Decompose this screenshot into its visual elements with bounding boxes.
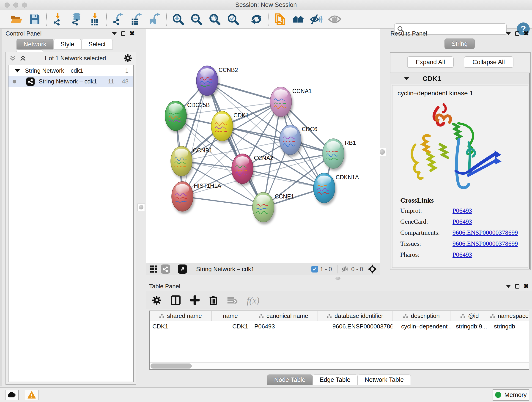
gene-section-header[interactable]: CDK1 [391, 73, 529, 84]
network-collection-row[interactable]: String Network – cdk1 1 [8, 65, 133, 76]
network-node-RB1[interactable] [323, 139, 344, 168]
export-image-button[interactable] [148, 13, 161, 26]
panel-float-icon[interactable] [121, 32, 125, 36]
network-node-CDC6[interactable] [279, 125, 301, 155]
network-options-gear-icon[interactable] [123, 54, 132, 63]
network-canvas[interactable]: CCNB2CCNA1CDC25BCDK1CDC6RB1CCNB1CCNA2CDK… [146, 29, 380, 263]
column-header[interactable]: description [393, 311, 450, 321]
zoom-fit-button[interactable] [208, 13, 221, 26]
table-horizontal-scrollbar[interactable] [150, 362, 529, 369]
export-table-button[interactable] [130, 13, 143, 26]
network-node-HIST1H1A[interactable] [172, 182, 193, 211]
export-network-button[interactable] [111, 13, 125, 26]
import-table-button[interactable] [88, 13, 101, 26]
network-node-CCNA2[interactable] [232, 154, 253, 184]
panel-close-icon[interactable]: ✖ [524, 284, 529, 288]
detach-view-icon[interactable] [178, 264, 187, 274]
cell-id[interactable]: stringdb:9... [450, 321, 489, 332]
panel-close-icon[interactable]: ✖ [524, 31, 529, 36]
open-session-button[interactable] [10, 13, 23, 26]
expand-all-icon[interactable] [19, 55, 26, 62]
tab-network-table[interactable]: Network Table [358, 375, 411, 385]
column-header[interactable]: database identifier [318, 311, 393, 321]
zoom-selected-button[interactable] [226, 13, 240, 26]
network-list-toolbar: 1 of 1 Network selected [6, 52, 136, 64]
warnings-button[interactable] [25, 390, 38, 400]
panel-menu-icon[interactable] [506, 285, 511, 288]
clipboard-network-icon [273, 13, 286, 26]
fit-crosshair-icon[interactable] [368, 264, 377, 274]
selected-checkbox-icon[interactable]: ✓ [311, 266, 318, 273]
birds-eye-grid-icon[interactable] [149, 265, 157, 273]
network-node-CCNB2[interactable] [196, 66, 218, 96]
node-label-RB1: RB1 [345, 140, 356, 146]
tab-style[interactable]: Style [53, 39, 81, 50]
network-node-CDK1[interactable] [211, 111, 233, 141]
collapse-all-icon[interactable] [9, 55, 16, 62]
collapse-all-button[interactable]: Collapse All [464, 56, 513, 68]
panel-menu-icon[interactable] [112, 32, 117, 35]
network-node-CCNA1[interactable] [270, 87, 292, 117]
scrollbar-thumb[interactable] [151, 364, 192, 369]
left-splitter-handle[interactable] [138, 204, 145, 211]
network-tab-body: 1 of 1 Network selected String Network –… [6, 52, 136, 385]
tab-network[interactable]: Network [17, 39, 53, 50]
cell-name[interactable]: CDK1 [212, 321, 249, 332]
crosslink-link[interactable]: 9606.ENSP00000378699 [452, 229, 518, 236]
crosslink-link[interactable]: P06493 [452, 218, 472, 225]
panel-menu-icon[interactable] [506, 32, 511, 35]
zoom-in-button[interactable] [171, 13, 185, 26]
toolbar-separator [106, 13, 107, 26]
show-graphics-button[interactable] [328, 13, 341, 26]
network-node-CCNB1[interactable] [171, 146, 192, 176]
horizontal-splitter-handle[interactable] [336, 277, 341, 280]
panel-float-icon[interactable] [515, 284, 519, 288]
show-columns-icon[interactable] [171, 295, 181, 305]
network-from-clipboard-button[interactable] [273, 13, 286, 26]
panel-float-icon[interactable] [515, 32, 519, 36]
section-collapse-icon[interactable] [404, 77, 409, 80]
main-toolbar: ? [0, 10, 532, 29]
tab-edge-table[interactable]: Edge Table [312, 375, 358, 385]
network-node-CDC25B[interactable] [165, 101, 186, 131]
cloud-status-button[interactable] [5, 390, 19, 400]
zoom-out-button[interactable] [190, 13, 203, 26]
column-header[interactable]: shared name [150, 311, 212, 321]
cell-database-identifier[interactable]: 9606.ENSP00000378699 [318, 321, 393, 332]
crosslink-link[interactable]: P06493 [452, 207, 472, 214]
import-network-file-button[interactable] [51, 13, 65, 26]
add-column-icon[interactable] [190, 295, 200, 305]
expand-all-button[interactable]: Expand All [407, 56, 454, 68]
hide-unhide-button[interactable] [310, 13, 323, 26]
crosslink-link[interactable]: P06493 [452, 251, 472, 258]
collection-expand-icon[interactable] [15, 69, 20, 72]
network-row-selected[interactable]: String Network – cdk1 11 48 [8, 76, 133, 87]
tab-string[interactable]: String [444, 38, 475, 49]
network-view[interactable]: CCNB2CCNA1CDC25BCDK1CDC6RB1CCNB1CCNA2CDK… [146, 29, 380, 275]
save-session-button[interactable] [28, 13, 41, 26]
home-networks-button[interactable] [291, 13, 305, 26]
import-network-database-button[interactable] [70, 13, 83, 26]
cell-canonical-name[interactable]: P06493 [249, 321, 318, 332]
column-header[interactable]: canonical name [249, 311, 318, 321]
memory-button[interactable]: Memory [493, 389, 529, 401]
cell-shared-name[interactable]: CDK1 [150, 321, 212, 332]
table-options-gear-icon[interactable] [152, 295, 162, 305]
cell-namespace[interactable]: stringdb [489, 321, 530, 332]
tab-node-table[interactable]: Node Table [267, 375, 312, 385]
column-header[interactable]: @id [450, 311, 489, 321]
refresh-layout-button[interactable] [250, 13, 263, 26]
panel-close-icon[interactable]: ✖ [129, 31, 135, 36]
delete-column-icon[interactable] [209, 295, 218, 305]
column-header[interactable]: name [212, 311, 249, 321]
column-header[interactable]: namespace [489, 311, 530, 321]
network-node-CCNE1[interactable] [253, 192, 274, 222]
network-node-CDKN1A[interactable] [313, 173, 335, 203]
network-type-icon[interactable] [161, 264, 170, 274]
node-label-CDKN1A: CDKN1A [336, 174, 359, 180]
column-type-icon [460, 313, 465, 319]
crosslink-link[interactable]: 9606.ENSP00000378699 [452, 240, 518, 247]
table-row[interactable]: CDK1 CDK1 P06493 9606.ENSP00000378699 cy… [150, 321, 529, 332]
tab-select[interactable]: Select [81, 39, 113, 50]
cell-description[interactable]: cyclin–dependent ... [393, 321, 450, 332]
